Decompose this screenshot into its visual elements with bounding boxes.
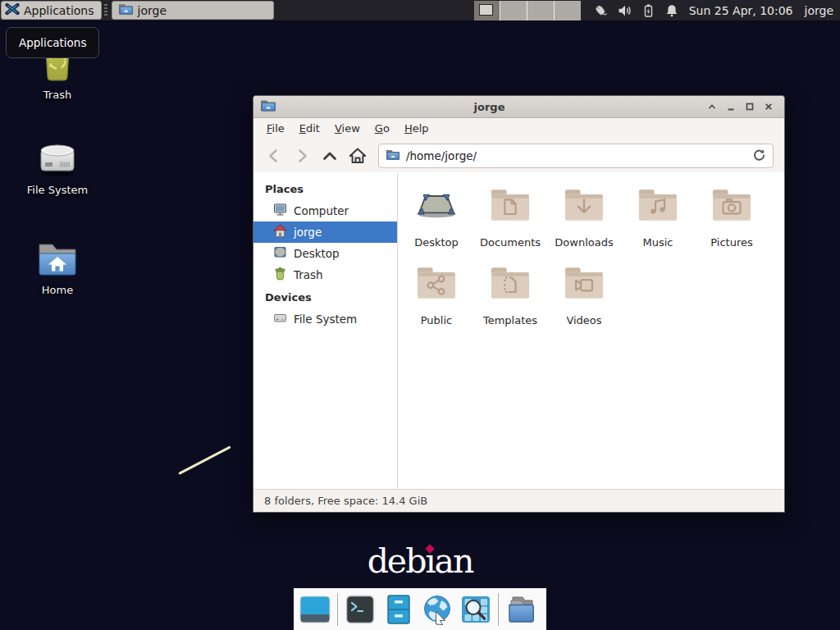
folder-window-icon bbox=[118, 2, 134, 18]
sidebar-item-label: Computer bbox=[294, 204, 349, 217]
home-folder-icon bbox=[36, 240, 79, 281]
debian-logo-i: ı bbox=[425, 541, 434, 581]
taskbar-window-label: jorge bbox=[138, 4, 167, 17]
sidebar-item-computer[interactable]: Computer bbox=[253, 200, 397, 221]
close-button[interactable] bbox=[759, 98, 778, 116]
folder-videos-icon bbox=[562, 265, 606, 304]
file-item-templates[interactable]: Templates bbox=[473, 263, 547, 341]
desktop-special-icon bbox=[414, 187, 459, 226]
folder-music-icon bbox=[636, 187, 680, 226]
sidebar: Places Computer bbox=[253, 172, 398, 489]
volume-icon[interactable] bbox=[617, 3, 632, 18]
battery-charging-icon[interactable] bbox=[641, 3, 655, 18]
file-cabinet-icon[interactable] bbox=[382, 593, 415, 626]
location-bar[interactable] bbox=[378, 144, 774, 168]
file-grid: Desktop Documents bbox=[398, 172, 784, 489]
drive-mini-icon bbox=[273, 311, 287, 327]
menu-edit[interactable]: Edit bbox=[292, 120, 327, 137]
window-folder-icon bbox=[260, 98, 276, 115]
reload-icon[interactable] bbox=[752, 148, 766, 164]
menu-file[interactable]: File bbox=[259, 120, 292, 137]
window-title: jorge bbox=[276, 101, 702, 113]
file-item-public[interactable]: Public bbox=[399, 263, 473, 341]
desktop-icon-label: Home bbox=[42, 284, 73, 296]
directory-menu-icon[interactable] bbox=[504, 593, 537, 626]
username-label: jorge bbox=[805, 4, 833, 17]
notifications-bell-icon[interactable] bbox=[664, 3, 679, 18]
menubar: File Edit View Go Help bbox=[253, 118, 784, 139]
file-item-label: Pictures bbox=[710, 236, 752, 249]
minimize-button[interactable] bbox=[721, 98, 740, 116]
shade-button[interactable] bbox=[702, 98, 721, 116]
file-item-label: Desktop bbox=[414, 236, 459, 249]
panel-separator-grip bbox=[104, 4, 107, 16]
statusbar: 8 folders, Free space: 14.4 GiB bbox=[253, 489, 784, 512]
user-home-icon bbox=[273, 224, 287, 240]
desktop-mini-icon bbox=[273, 245, 287, 262]
trash-mini-icon bbox=[273, 267, 287, 283]
desktop-icon-label: File System bbox=[27, 184, 88, 196]
home-button[interactable] bbox=[345, 144, 370, 168]
folder-pictures-icon bbox=[710, 187, 754, 226]
window-titlebar[interactable]: jorge bbox=[253, 96, 784, 118]
hard-drive-icon bbox=[36, 136, 79, 181]
workspace-3[interactable] bbox=[527, 1, 555, 21]
file-manager-window: jorge File Edit View Go Help bbox=[253, 95, 785, 513]
web-browser-icon[interactable] bbox=[421, 593, 454, 626]
sidebar-item-desktop[interactable]: Desktop bbox=[253, 243, 397, 264]
clock[interactable]: Sun 25 Apr, 10:06 bbox=[689, 4, 793, 17]
maximize-button[interactable] bbox=[740, 98, 759, 116]
dock-separator bbox=[498, 593, 499, 626]
sidebar-item-file-system[interactable]: File System bbox=[253, 308, 397, 330]
file-item-desktop[interactable]: Desktop bbox=[399, 185, 473, 263]
sidebar-devices-header: Devices bbox=[253, 285, 397, 308]
menu-go[interactable]: Go bbox=[368, 120, 397, 137]
sidebar-item-label: jorge bbox=[294, 226, 322, 239]
forward-button[interactable] bbox=[290, 144, 314, 168]
show-desktop-icon[interactable] bbox=[299, 593, 331, 626]
desktop-stray-line bbox=[178, 445, 231, 474]
file-item-pictures[interactable]: Pictures bbox=[695, 185, 769, 263]
workspace-1[interactable] bbox=[474, 1, 501, 21]
debian-logo-text: an bbox=[435, 541, 473, 581]
desktop-icon-label: Trash bbox=[43, 89, 71, 101]
toolbar bbox=[253, 139, 784, 172]
folder-downloads-icon bbox=[562, 187, 606, 226]
system-tray bbox=[592, 2, 679, 18]
folder-public-icon bbox=[414, 265, 459, 304]
file-item-documents[interactable]: Documents bbox=[473, 185, 547, 263]
desktop-icon-home[interactable]: Home bbox=[15, 240, 100, 296]
up-button[interactable] bbox=[317, 144, 342, 168]
back-button[interactable] bbox=[262, 144, 286, 168]
folder-templates-icon bbox=[488, 265, 532, 304]
taskbar-window-button[interactable]: jorge bbox=[112, 1, 274, 20]
workspace-2[interactable] bbox=[500, 1, 527, 21]
menu-help[interactable]: Help bbox=[397, 120, 436, 137]
file-item-label: Videos bbox=[566, 314, 601, 326]
location-input[interactable] bbox=[406, 149, 746, 162]
file-item-label: Public bbox=[421, 314, 452, 326]
app-finder-icon[interactable] bbox=[459, 593, 492, 626]
sidebar-item-jorge[interactable]: jorge bbox=[253, 221, 397, 243]
path-folder-icon bbox=[386, 148, 400, 163]
file-item-downloads[interactable]: Downloads bbox=[547, 185, 621, 263]
workspace-window-preview bbox=[479, 4, 493, 16]
sidebar-item-label: Trash bbox=[294, 268, 323, 281]
xfce-applications-icon bbox=[5, 2, 20, 19]
file-item-label: Downloads bbox=[555, 236, 613, 249]
sidebar-item-trash[interactable]: Trash bbox=[253, 264, 397, 285]
applications-menu-label: Applications bbox=[24, 4, 94, 17]
file-item-videos[interactable]: Videos bbox=[547, 263, 621, 341]
menu-view[interactable]: View bbox=[327, 120, 368, 137]
desktop-icon-file-system[interactable]: File System bbox=[15, 136, 100, 196]
terminal-icon[interactable] bbox=[344, 593, 377, 626]
computer-icon bbox=[273, 203, 287, 219]
workspace-4[interactable] bbox=[555, 1, 581, 21]
debian-logo-text: deb bbox=[368, 541, 426, 581]
applications-menu-button[interactable]: Applications bbox=[1, 1, 102, 20]
dock-separator bbox=[337, 593, 338, 626]
mouse-icon[interactable] bbox=[592, 2, 608, 18]
file-item-music[interactable]: Music bbox=[621, 185, 695, 263]
file-item-label: Music bbox=[643, 236, 673, 249]
applications-tooltip: Applications bbox=[6, 27, 99, 58]
